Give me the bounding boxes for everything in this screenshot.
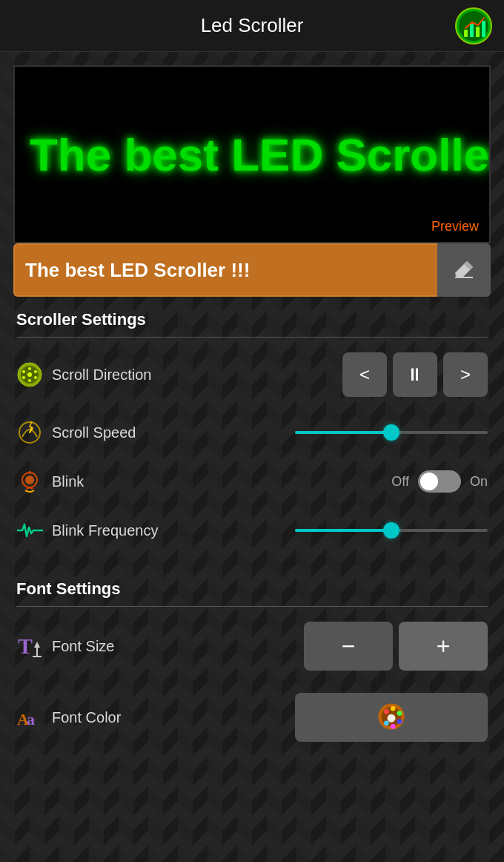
svg-point-17: [27, 372, 32, 377]
scroller-settings-title: Scroller Settings: [16, 310, 488, 329]
font-color-button[interactable]: [295, 693, 488, 742]
font-size-plus-button[interactable]: +: [399, 622, 488, 671]
blink-icon: [16, 468, 43, 495]
pause-icon: ⏸: [406, 364, 424, 385]
scroll-direction-text: Scroll Direction: [52, 366, 151, 384]
preview-label: Preview: [431, 219, 479, 234]
blink-frequency-label: Blink Frequency: [16, 517, 158, 544]
scroll-speed-slider[interactable]: [295, 425, 488, 440]
led-preview-area: The best LED Scroller !!! Preview: [13, 65, 491, 243]
led-text-input[interactable]: The best LED Scroller !!!: [13, 243, 437, 297]
direction-buttons: < ⏸ >: [342, 352, 488, 397]
blink-label: Blink: [16, 468, 84, 495]
blink-frequency-row: Blink Frequency: [16, 517, 488, 544]
svg-point-14: [22, 376, 25, 379]
scroller-settings-divider: [16, 337, 488, 338]
analytics-icon[interactable]: [455, 7, 492, 45]
svg-marker-28: [34, 642, 40, 648]
font-size-controls: − +: [304, 622, 488, 671]
scroller-settings: Scroller Settings Scroll Dir: [0, 297, 504, 544]
font-size-text: Font Size: [52, 638, 114, 655]
blink-frequency-icon: [16, 517, 43, 544]
svg-point-16: [34, 376, 37, 379]
svg-point-37: [391, 723, 396, 728]
svg-rect-3: [470, 24, 474, 37]
input-bar: The best LED Scroller !!!: [13, 243, 491, 297]
svg-point-21: [25, 476, 34, 484]
minus-icon: −: [342, 633, 356, 660]
palette-icon: [375, 700, 408, 735]
scroll-pause-button[interactable]: ⏸: [393, 352, 437, 397]
svg-point-13: [34, 370, 37, 373]
font-size-label: T Font Size: [16, 633, 114, 659]
clear-button[interactable]: [437, 243, 491, 297]
scroll-speed-row: Scroll Speed: [16, 419, 488, 446]
svg-point-15: [28, 379, 31, 382]
blink-text: Blink: [52, 473, 84, 490]
header: Led Scroller: [0, 0, 504, 52]
font-color-row: A a Font Color: [16, 693, 488, 742]
svg-rect-5: [482, 21, 485, 37]
scroll-right-button[interactable]: >: [443, 352, 488, 397]
blink-off-label: Off: [391, 474, 409, 490]
svg-point-36: [397, 719, 402, 724]
font-settings: Font Settings T Font Size − +: [0, 566, 504, 742]
app-title: Led Scroller: [201, 14, 304, 37]
svg-text:T: T: [18, 634, 33, 658]
svg-rect-4: [476, 27, 480, 37]
plus-icon: +: [437, 633, 451, 660]
scroll-direction-icon: [16, 361, 43, 388]
toggle-knob: [420, 473, 438, 490]
scroll-speed-icon: [16, 419, 43, 446]
svg-point-12: [28, 367, 31, 370]
font-size-icon: T: [16, 633, 43, 659]
font-settings-title: Font Settings: [16, 579, 488, 599]
svg-point-34: [391, 705, 396, 711]
font-size-minus-button[interactable]: −: [304, 622, 393, 671]
svg-point-38: [384, 720, 389, 726]
scroll-direction-label: Scroll Direction: [16, 361, 151, 388]
blink-frequency-text: Blink Frequency: [52, 522, 158, 539]
font-color-icon: A a: [16, 704, 43, 731]
led-preview-text: The best LED Scroller !!!: [15, 128, 491, 181]
blink-frequency-slider[interactable]: [295, 523, 488, 538]
blink-row: Blink Off On: [16, 468, 488, 495]
blink-toggle[interactable]: [418, 470, 461, 493]
svg-point-39: [388, 714, 396, 722]
svg-point-11: [22, 370, 25, 373]
svg-point-33: [384, 709, 389, 714]
font-size-row: T Font Size − +: [16, 622, 488, 671]
scroll-speed-label: Scroll Speed: [16, 419, 136, 446]
font-settings-divider: [16, 606, 488, 607]
blink-toggle-group: Off On: [391, 470, 488, 493]
scroll-left-button[interactable]: <: [342, 352, 387, 397]
scroll-direction-row: Scroll Direction < ⏸ >: [16, 352, 488, 397]
blink-on-label: On: [470, 474, 488, 490]
svg-rect-2: [464, 30, 468, 37]
font-color-label: A a Font Color: [16, 704, 121, 731]
font-color-text: Font Color: [52, 709, 121, 726]
scroll-speed-text: Scroll Speed: [52, 424, 136, 441]
svg-text:a: a: [27, 710, 35, 728]
svg-point-35: [397, 711, 402, 716]
